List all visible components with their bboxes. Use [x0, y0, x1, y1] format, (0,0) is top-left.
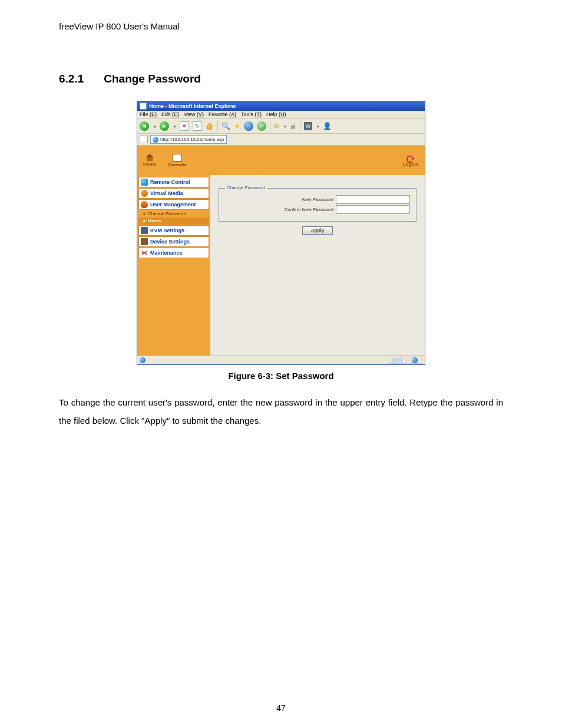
forward-dropdown-icon[interactable]: ▾: [174, 124, 176, 129]
home-icon: [146, 154, 154, 161]
apply-button[interactable]: Apply: [302, 226, 333, 235]
toolbar-separator-2: [270, 121, 270, 131]
nav-home-label: Home: [143, 162, 156, 167]
sidebar-label: User Management: [150, 202, 196, 207]
sidebar: Remote Control Virtual Media User Manage…: [137, 175, 210, 355]
mail-dropdown-icon[interactable]: ▾: [284, 124, 286, 129]
figure-container: Home - Microsoft Internet Explorer File …: [59, 101, 503, 381]
sidebar-label: Remote Control: [150, 180, 190, 185]
section-title: Change Password: [104, 73, 201, 85]
stop-button[interactable]: ✕: [180, 121, 189, 131]
virtual-media-icon: [141, 190, 148, 197]
nav-logout[interactable]: Logout: [403, 154, 419, 167]
sidebar-sub-users[interactable]: Users: [138, 218, 209, 225]
change-password-fieldset: Change Password New Password Confirm New…: [219, 186, 416, 222]
status-done-icon: [140, 357, 146, 363]
nav-home[interactable]: Home: [143, 154, 156, 167]
sidebar-remote-control[interactable]: Remote Control: [138, 177, 209, 187]
main-panel: Change Password New Password Confirm New…: [210, 175, 425, 355]
media-button[interactable]: [244, 121, 253, 131]
fieldset-legend: Change Password: [225, 186, 267, 190]
address-label-icon: [140, 136, 148, 143]
url-globe-icon: [153, 137, 158, 143]
menu-file[interactable]: File (E): [140, 112, 157, 117]
figure-caption: Figure 6-3: Set Password: [228, 371, 333, 381]
back-button[interactable]: ◄: [140, 121, 149, 131]
edit-button[interactable]: W: [304, 122, 312, 130]
page-number: 47: [0, 703, 562, 713]
new-password-label: New Password: [302, 197, 333, 202]
body-paragraph: To change the current user's password, e…: [59, 394, 503, 430]
search-button[interactable]: 🔍: [222, 123, 230, 130]
new-password-input[interactable]: [336, 195, 410, 204]
nav-console-label: Console: [168, 163, 187, 167]
refresh-button[interactable]: ↻: [193, 121, 202, 131]
toolbar-separator: [217, 121, 218, 131]
status-bar: [137, 355, 425, 364]
status-progress: [389, 357, 406, 364]
confirm-password-label: Confirm New Password: [284, 207, 333, 212]
menu-help[interactable]: Help (H): [266, 112, 286, 117]
sidebar-kvm-settings[interactable]: KVM Settings: [138, 225, 209, 236]
remote-control-icon: [141, 179, 148, 186]
menu-edit[interactable]: Edit (E): [161, 112, 179, 117]
app-topbar: Home Console Logout: [137, 146, 425, 175]
sidebar-sub-change-password[interactable]: Change Password: [138, 210, 209, 218]
logout-icon: [406, 154, 415, 161]
user-management-icon: [141, 201, 148, 208]
sidebar-label: Device Settings: [150, 239, 190, 245]
sidebar-label: Virtual Media: [150, 191, 183, 196]
section-number: 6.2.1: [59, 73, 84, 85]
menu-view[interactable]: View (V): [184, 112, 204, 117]
maintenance-icon: [141, 249, 148, 256]
mail-button[interactable]: ✉: [274, 123, 279, 130]
confirm-password-input[interactable]: [336, 205, 410, 214]
sidebar-user-management[interactable]: User Management: [138, 199, 209, 210]
address-url: http://192.168.10.23/home.asp: [160, 137, 224, 142]
home-button[interactable]: [206, 122, 214, 130]
page-content: Home Console Logout: [137, 146, 425, 355]
favorites-button[interactable]: ★: [234, 123, 240, 130]
sidebar-maintenance[interactable]: Maintenance: [138, 248, 209, 258]
messenger-button[interactable]: 👤: [323, 123, 332, 130]
address-bar: http://192.168.10.23/home.asp: [137, 134, 425, 146]
window-titlebar: Home - Microsoft Internet Explorer: [137, 101, 425, 111]
address-input[interactable]: http://192.168.10.23/home.asp: [150, 135, 227, 144]
nav-console[interactable]: Console: [168, 154, 187, 167]
nav-logout-label: Logout: [403, 162, 419, 167]
status-zone: [409, 357, 422, 364]
sidebar-label: Maintenance: [150, 251, 183, 256]
menu-tools[interactable]: Tools (T): [241, 112, 262, 117]
sidebar-virtual-media[interactable]: Virtual Media: [138, 188, 209, 199]
back-dropdown-icon[interactable]: ▾: [154, 124, 156, 129]
device-icon: [141, 238, 148, 245]
forward-button[interactable]: ►: [160, 121, 169, 131]
toolbar-separator-3: [300, 121, 300, 131]
print-button[interactable]: 🖨: [290, 123, 296, 130]
sidebar-device-settings[interactable]: Device Settings: [138, 236, 209, 247]
menu-favorites[interactable]: Favorite (A): [209, 112, 236, 117]
window-title: Home - Microsoft Internet Explorer: [149, 104, 236, 109]
manual-header: freeView IP 800 User's Manual: [59, 21, 503, 31]
menu-bar: File (E) Edit (E) View (V) Favorite (A) …: [137, 111, 425, 119]
console-icon: [173, 154, 182, 162]
edit-dropdown-icon[interactable]: ▾: [317, 124, 319, 129]
toolbar: ◄ ▾ ► ▾ ✕ ↻ 🔍 ★ ✓ ✉ ▾ 🖨 W ▾: [137, 119, 425, 134]
history-button[interactable]: ✓: [257, 121, 266, 131]
browser-window: Home - Microsoft Internet Explorer File …: [137, 101, 425, 365]
internet-zone-icon: [412, 357, 418, 363]
ie-page-icon: [140, 103, 147, 110]
kvm-icon: [141, 227, 148, 234]
sidebar-label: KVM Settings: [150, 228, 184, 233]
section-heading: 6.2.1 Change Password: [59, 73, 503, 85]
